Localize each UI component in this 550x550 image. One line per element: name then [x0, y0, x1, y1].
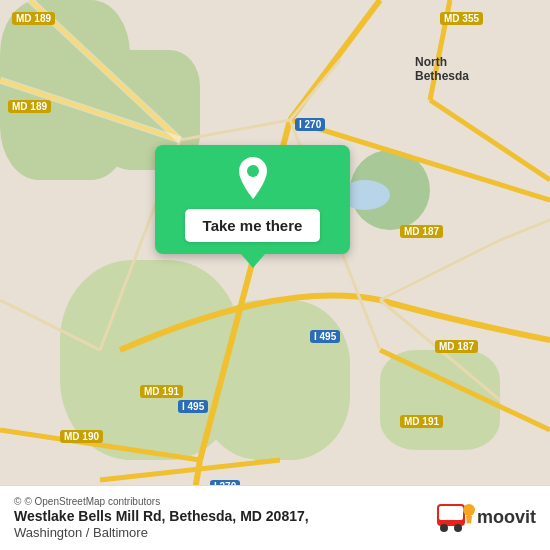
svg-line-18 — [290, 60, 340, 120]
svg-line-7 — [100, 460, 280, 480]
moovit-logo: moovit — [433, 496, 536, 540]
location-pin-icon — [235, 157, 271, 201]
info-bar-left: © © OpenStreetMap contributors Westlake … — [14, 496, 423, 540]
road-label: MD 190 — [60, 430, 103, 443]
road-label: MD 189 — [12, 12, 55, 25]
svg-line-14 — [0, 300, 100, 350]
road-label: I 495 — [310, 330, 340, 343]
svg-point-25 — [454, 524, 462, 532]
moovit-text: moovit — [477, 507, 536, 528]
copyright-text: © OpenStreetMap contributors — [24, 496, 160, 507]
address-text: Westlake Bells Mill Rd, Bethesda, MD 208… — [14, 507, 423, 525]
road-label: I 270 — [295, 118, 325, 131]
svg-point-26 — [463, 504, 475, 516]
svg-rect-23 — [439, 506, 463, 520]
sub-address-text: Washington / Baltimore — [14, 525, 423, 540]
road-label: MD 189 — [8, 100, 51, 113]
road-label: MD 191 — [400, 415, 443, 428]
svg-line-16 — [500, 220, 550, 240]
road-label: MD 187 — [435, 340, 478, 353]
city-label-north-bethesda: NorthBethesda — [415, 55, 469, 83]
take-me-there-button[interactable]: Take me there — [185, 209, 321, 242]
moovit-logo-icon — [433, 496, 477, 540]
map-container: MD 189MD 189MD 355I 270MD 187MD 187I 270… — [0, 0, 550, 550]
road-label: MD 187 — [400, 225, 443, 238]
road-label: MD 355 — [440, 12, 483, 25]
popup-box: Take me there — [155, 145, 350, 254]
copyright-line: © © OpenStreetMap contributors — [14, 496, 423, 507]
svg-point-24 — [440, 524, 448, 532]
popup-arrow — [241, 254, 265, 268]
info-bar: © © OpenStreetMap contributors Westlake … — [0, 485, 550, 550]
svg-point-21 — [247, 165, 259, 177]
road-label: MD 191 — [140, 385, 183, 398]
svg-line-11 — [180, 120, 290, 140]
copyright-symbol: © — [14, 496, 21, 507]
svg-line-15 — [380, 240, 500, 300]
map-popup: Take me there — [155, 145, 350, 268]
road-label: I 495 — [178, 400, 208, 413]
